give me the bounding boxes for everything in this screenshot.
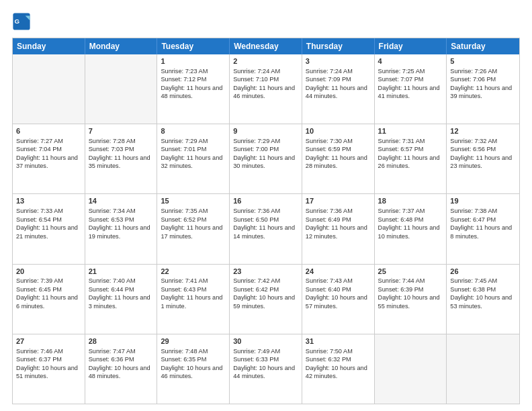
daylight-text: Daylight: 11 hours and 26 minutes. <box>378 154 440 169</box>
calendar-cell: 13Sunrise: 7:33 AMSunset: 6:54 PMDayligh… <box>13 194 85 263</box>
sunrise-text: Sunrise: 7:36 AM <box>233 208 280 214</box>
calendar-cell: 29Sunrise: 7:48 AMSunset: 6:35 PMDayligh… <box>157 334 230 404</box>
day-header-sunday: Sunday <box>13 38 85 54</box>
sunrise-text: Sunrise: 7:31 AM <box>378 138 425 144</box>
daylight-text: Daylight: 11 hours and 10 minutes. <box>378 224 440 239</box>
sunrise-text: Sunrise: 7:49 AM <box>233 348 280 355</box>
calendar-cell: 9Sunrise: 7:29 AMSunset: 7:00 PMDaylight… <box>230 124 302 193</box>
sunset-text: Sunset: 6:54 PM <box>16 216 62 223</box>
sunrise-text: Sunrise: 7:32 AM <box>450 138 497 144</box>
daylight-text: Daylight: 10 hours and 48 minutes. <box>89 365 150 379</box>
logo: G <box>12 12 32 31</box>
daylight-text: Daylight: 11 hours and 19 minutes. <box>89 224 150 239</box>
sunrise-text: Sunrise: 7:38 AM <box>450 208 497 214</box>
day-number: 25 <box>378 267 443 277</box>
day-number: 27 <box>16 336 81 347</box>
daylight-text: Daylight: 11 hours and 23 minutes. <box>450 154 512 169</box>
sunset-text: Sunset: 6:42 PM <box>233 286 279 293</box>
calendar-cell: 31Sunrise: 7:50 AMSunset: 6:32 PMDayligh… <box>302 334 375 404</box>
day-number: 20 <box>16 267 81 277</box>
calendar-cell: 30Sunrise: 7:49 AMSunset: 6:33 PMDayligh… <box>230 334 302 404</box>
sunrise-text: Sunrise: 7:40 AM <box>89 277 136 284</box>
day-number: 11 <box>378 126 443 136</box>
sunrise-text: Sunrise: 7:25 AM <box>378 68 425 75</box>
calendar-week-5: 27Sunrise: 7:46 AMSunset: 6:37 PMDayligh… <box>13 334 519 404</box>
daylight-text: Daylight: 11 hours and 48 minutes. <box>161 85 222 99</box>
sunrise-text: Sunrise: 7:30 AM <box>306 138 353 144</box>
calendar-cell: 26Sunrise: 7:45 AMSunset: 6:38 PMDayligh… <box>447 265 519 334</box>
daylight-text: Daylight: 11 hours and 6 minutes. <box>16 294 78 309</box>
sunrise-text: Sunrise: 7:46 AM <box>16 348 63 355</box>
sunrise-text: Sunrise: 7:29 AM <box>161 138 208 144</box>
day-number: 5 <box>450 56 516 66</box>
sunrise-text: Sunrise: 7:47 AM <box>89 348 136 355</box>
daylight-text: Daylight: 11 hours and 37 minutes. <box>16 154 78 169</box>
calendar-cell: 14Sunrise: 7:34 AMSunset: 6:53 PMDayligh… <box>85 194 158 263</box>
sunset-text: Sunset: 6:57 PM <box>378 146 424 152</box>
daylight-text: Daylight: 11 hours and 28 minutes. <box>306 154 367 169</box>
daylight-text: Daylight: 10 hours and 55 minutes. <box>378 294 440 309</box>
daylight-text: Daylight: 11 hours and 35 minutes. <box>89 154 150 169</box>
sunset-text: Sunset: 6:52 PM <box>161 216 206 223</box>
calendar-cell: 7Sunrise: 7:28 AMSunset: 7:03 PMDaylight… <box>85 124 158 193</box>
day-number: 17 <box>306 196 371 206</box>
daylight-text: Daylight: 11 hours and 1 minute. <box>161 294 222 309</box>
calendar-cell: 21Sunrise: 7:40 AMSunset: 6:44 PMDayligh… <box>85 265 158 334</box>
sunrise-text: Sunrise: 7:24 AM <box>306 68 353 75</box>
daylight-text: Daylight: 11 hours and 32 minutes. <box>161 154 222 169</box>
calendar-cell: 6Sunrise: 7:27 AMSunset: 7:04 PMDaylight… <box>13 124 85 193</box>
sunset-text: Sunset: 6:33 PM <box>233 356 279 363</box>
daylight-text: Daylight: 11 hours and 8 minutes. <box>450 224 512 239</box>
calendar-cell: 16Sunrise: 7:36 AMSunset: 6:50 PMDayligh… <box>230 194 302 263</box>
day-number: 4 <box>378 56 443 66</box>
day-header-friday: Friday <box>375 38 447 54</box>
day-header-tuesday: Tuesday <box>157 38 230 54</box>
sunset-text: Sunset: 6:36 PM <box>89 356 134 363</box>
daylight-text: Daylight: 11 hours and 44 minutes. <box>306 85 367 99</box>
sunrise-text: Sunrise: 7:37 AM <box>378 208 425 214</box>
daylight-text: Daylight: 10 hours and 42 minutes. <box>306 365 367 379</box>
calendar-cell: 25Sunrise: 7:44 AMSunset: 6:39 PMDayligh… <box>375 265 447 334</box>
sunset-text: Sunset: 7:06 PM <box>450 76 496 83</box>
daylight-text: Daylight: 10 hours and 44 minutes. <box>233 365 295 379</box>
sunset-text: Sunset: 6:48 PM <box>378 216 424 223</box>
sunset-text: Sunset: 6:49 PM <box>306 216 351 223</box>
sunset-text: Sunset: 6:39 PM <box>378 286 424 293</box>
calendar-cell: 1Sunrise: 7:23 AMSunset: 7:12 PMDaylight… <box>157 54 230 124</box>
sunset-text: Sunset: 6:43 PM <box>161 286 206 293</box>
day-number: 13 <box>16 196 81 206</box>
calendar: SundayMondayTuesdayWednesdayThursdayFrid… <box>12 38 520 404</box>
calendar-header: SundayMondayTuesdayWednesdayThursdayFrid… <box>13 38 519 54</box>
day-number: 18 <box>378 196 443 206</box>
day-number: 12 <box>450 126 516 136</box>
day-number: 6 <box>16 126 81 136</box>
sunrise-text: Sunrise: 7:42 AM <box>233 277 280 284</box>
sunrise-text: Sunrise: 7:27 AM <box>16 138 63 144</box>
sunset-text: Sunset: 6:38 PM <box>450 286 496 293</box>
calendar-cell: 11Sunrise: 7:31 AMSunset: 6:57 PMDayligh… <box>375 124 447 193</box>
day-header-saturday: Saturday <box>447 38 519 54</box>
daylight-text: Daylight: 10 hours and 53 minutes. <box>450 294 512 309</box>
sunset-text: Sunset: 6:50 PM <box>233 216 279 223</box>
sunrise-text: Sunrise: 7:24 AM <box>233 68 280 75</box>
calendar-cell: 8Sunrise: 7:29 AMSunset: 7:01 PMDaylight… <box>157 124 230 193</box>
daylight-text: Daylight: 11 hours and 17 minutes. <box>161 224 222 239</box>
calendar-cell: 23Sunrise: 7:42 AMSunset: 6:42 PMDayligh… <box>230 265 302 334</box>
day-number: 23 <box>233 267 298 277</box>
calendar-cell: 19Sunrise: 7:38 AMSunset: 6:47 PMDayligh… <box>447 194 519 263</box>
day-number: 16 <box>233 196 298 206</box>
sunset-text: Sunset: 7:03 PM <box>89 146 134 152</box>
sunset-text: Sunset: 6:56 PM <box>450 146 496 152</box>
sunset-text: Sunset: 6:35 PM <box>161 356 206 363</box>
sunset-text: Sunset: 6:45 PM <box>16 286 62 293</box>
sunset-text: Sunset: 7:01 PM <box>161 146 206 152</box>
calendar-cell: 18Sunrise: 7:37 AMSunset: 6:48 PMDayligh… <box>375 194 447 263</box>
day-number: 2 <box>233 56 298 66</box>
sunrise-text: Sunrise: 7:34 AM <box>89 208 136 214</box>
day-number: 28 <box>89 336 154 347</box>
calendar-cell: 24Sunrise: 7:43 AMSunset: 6:40 PMDayligh… <box>302 265 375 334</box>
day-number: 9 <box>233 126 298 136</box>
sunset-text: Sunset: 6:53 PM <box>89 216 134 223</box>
sunset-text: Sunset: 7:09 PM <box>306 76 351 83</box>
day-number: 22 <box>161 267 226 277</box>
